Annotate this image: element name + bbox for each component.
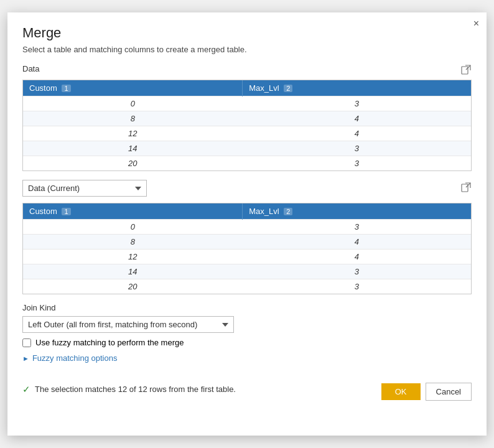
- second-table-dropdown-row: Data (Current): [22, 180, 472, 197]
- cell: 4: [243, 126, 471, 141]
- cell: 4: [243, 235, 471, 250]
- table-row: 84: [23, 235, 471, 250]
- second-col1-header[interactable]: Custom 1: [23, 203, 243, 220]
- close-button[interactable]: ×: [473, 19, 479, 29]
- status-text: The selection matches 12 of 12 rows from…: [35, 385, 236, 394]
- table-row: 203: [23, 156, 471, 171]
- fuzzy-options-row[interactable]: ► Fuzzy matching options: [22, 353, 472, 363]
- external-link-icon: [460, 64, 472, 75]
- first-col1-header[interactable]: Custom 1: [23, 80, 243, 96]
- fuzzy-options-label: Fuzzy matching options: [32, 353, 118, 363]
- data-section-label: Data: [22, 64, 39, 73]
- cell: 20: [23, 279, 243, 294]
- cell: 3: [243, 264, 471, 279]
- first-table-wrapper: Custom 1 Max_Lvl 2 0384124143203: [22, 80, 472, 171]
- svg-rect-0: [462, 67, 468, 74]
- status-row: ✓ The selection matches 12 of 12 rows fr…: [22, 384, 236, 395]
- cell: 3: [243, 141, 471, 156]
- first-table-header-row[interactable]: Custom 1 Max_Lvl 2: [23, 80, 471, 96]
- table-row: 143: [23, 141, 471, 156]
- second-data-table: Custom 1 Max_Lvl 2 0384124143203: [23, 203, 471, 294]
- cell: 3: [243, 279, 471, 294]
- table-row: 124: [23, 126, 471, 141]
- ok-button[interactable]: OK: [381, 383, 421, 400]
- second-table-header-row[interactable]: Custom 1 Max_Lvl 2: [23, 203, 471, 220]
- table-row: 03: [23, 220, 471, 235]
- cell: 14: [23, 141, 243, 156]
- join-kind-section: Join Kind Left Outer (all from first, ma…: [22, 303, 472, 333]
- cell: 3: [243, 156, 471, 171]
- merge-dialog: × Merge Select a table and matching colu…: [7, 12, 487, 436]
- cell: 20: [23, 156, 243, 171]
- dialog-subtitle: Select a table and matching columns to c…: [22, 45, 472, 54]
- dialog-title: Merge: [22, 25, 472, 41]
- chevron-right-icon: ►: [22, 355, 29, 362]
- fuzzy-checkbox[interactable]: [22, 338, 31, 347]
- fuzzy-checkbox-row[interactable]: Use fuzzy matching to perform the merge: [22, 338, 472, 347]
- cell: 0: [23, 96, 243, 111]
- table-row: 84: [23, 111, 471, 126]
- join-kind-label: Join Kind: [22, 303, 472, 312]
- status-check-icon: ✓: [22, 384, 30, 395]
- join-kind-dropdown[interactable]: Left Outer (all from first, matching fro…: [22, 316, 234, 333]
- table-row: 143: [23, 264, 471, 279]
- cell: 0: [23, 220, 243, 235]
- cell: 12: [23, 250, 243, 264]
- cell: 4: [243, 250, 471, 264]
- cancel-button[interactable]: Cancel: [426, 383, 472, 401]
- svg-rect-1: [462, 184, 468, 192]
- cell: 4: [243, 111, 471, 126]
- table-row: 03: [23, 96, 471, 111]
- second-table-wrapper: Custom 1 Max_Lvl 2 0384124143203: [22, 203, 472, 294]
- second-table-icon-button[interactable]: [460, 182, 472, 195]
- cell: 3: [243, 96, 471, 111]
- dialog-footer: OK Cancel: [381, 383, 472, 401]
- cell: 3: [243, 220, 471, 235]
- table-row: 124: [23, 250, 471, 264]
- second-col2-header[interactable]: Max_Lvl 2: [243, 203, 471, 220]
- cell: 8: [23, 111, 243, 126]
- first-data-table: Custom 1 Max_Lvl 2 0384124143203: [23, 80, 471, 170]
- cell: 12: [23, 126, 243, 141]
- cell: 14: [23, 264, 243, 279]
- first-col2-header[interactable]: Max_Lvl 2: [243, 80, 471, 96]
- second-table-dropdown[interactable]: Data (Current): [22, 180, 147, 197]
- external-link-icon-2: [460, 182, 472, 193]
- data-section-icon-button[interactable]: [460, 64, 472, 77]
- cell: 8: [23, 235, 243, 250]
- table-row: 203: [23, 279, 471, 294]
- fuzzy-checkbox-label: Use fuzzy matching to perform the merge: [35, 338, 184, 347]
